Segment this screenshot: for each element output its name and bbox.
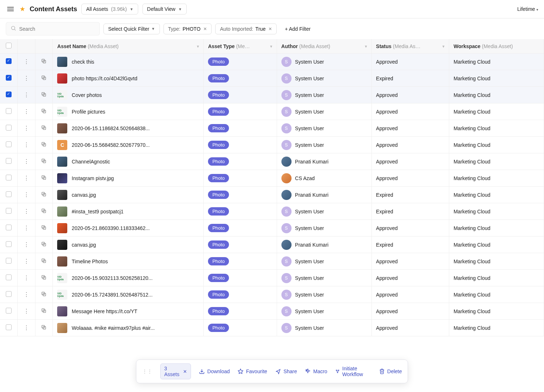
row-checkbox[interactable] bbox=[6, 91, 12, 97]
row-checkbox[interactable] bbox=[6, 308, 12, 314]
row-checkbox[interactable] bbox=[6, 191, 12, 197]
asset-name: canvas.jpg bbox=[72, 192, 96, 198]
copy-icon[interactable] bbox=[41, 191, 47, 198]
copy-icon[interactable] bbox=[41, 208, 47, 215]
row-menu-icon[interactable]: ⋮ bbox=[24, 158, 29, 165]
column-asset-type[interactable]: Asset Type (Me… ▼ bbox=[204, 39, 277, 54]
table-row[interactable]: ⋮VID UpdaCover photosPhotoSSystem UserAp… bbox=[0, 87, 544, 103]
lifetime-dropdown[interactable]: Lifetime ▾ bbox=[517, 6, 538, 12]
close-icon[interactable]: ✕ bbox=[203, 26, 207, 31]
row-checkbox[interactable] bbox=[6, 125, 12, 131]
row-menu-icon[interactable]: ⋮ bbox=[24, 92, 29, 98]
table-row[interactable]: ⋮Message Here https://t.co/YTPhotoSSyste… bbox=[0, 303, 544, 320]
filter-chip-type[interactable]: Type: PHOTO ✕ bbox=[163, 24, 212, 34]
table-row[interactable]: ⋮VID Upda2020-06-15.7243891.5026487512..… bbox=[0, 286, 544, 303]
copy-icon[interactable] bbox=[41, 274, 47, 281]
table-row[interactable]: ⋮check thisPhotoSSystem UserApprovedMark… bbox=[0, 54, 544, 70]
table-row[interactable]: ⋮VID Upda2020-06-15.9032113.5026258120..… bbox=[0, 270, 544, 286]
star-icon[interactable]: ★ bbox=[20, 5, 25, 13]
copy-icon[interactable] bbox=[41, 125, 47, 132]
select-all-checkbox[interactable] bbox=[6, 43, 12, 48]
table-row[interactable]: ⋮Timeline PhotosPhotoSSystem UserApprove… bbox=[0, 253, 544, 270]
table-row[interactable]: ⋮C2020-06-15.5684582.502677970...PhotoSS… bbox=[0, 137, 544, 153]
table-row[interactable]: ⋮2020-06-15.1186824.502664838...PhotoSSy… bbox=[0, 120, 544, 137]
view-dropdown[interactable]: Default View ▼ bbox=[143, 4, 187, 14]
copy-icon[interactable] bbox=[41, 141, 47, 148]
row-menu-icon[interactable]: ⋮ bbox=[24, 108, 29, 115]
row-checkbox[interactable] bbox=[6, 241, 12, 247]
row-checkbox[interactable] bbox=[6, 108, 12, 114]
row-checkbox[interactable] bbox=[6, 141, 12, 147]
row-menu-icon[interactable]: ⋮ bbox=[24, 192, 29, 198]
row-checkbox[interactable] bbox=[6, 175, 12, 180]
asset-thumbnail bbox=[57, 240, 67, 250]
row-menu-icon[interactable]: ⋮ bbox=[24, 275, 29, 281]
table-row[interactable]: ⋮Instagram pistv.jpgPhotoCS AzadApproved… bbox=[0, 170, 544, 187]
row-menu-icon[interactable]: ⋮ bbox=[24, 75, 29, 81]
all-assets-dropdown[interactable]: All Assets (3.96k) ▼ bbox=[81, 4, 138, 14]
row-menu-icon[interactable]: ⋮ bbox=[24, 308, 29, 314]
row-checkbox[interactable] bbox=[6, 324, 12, 330]
row-menu-icon[interactable]: ⋮ bbox=[24, 59, 29, 65]
table-row[interactable]: ⋮#insta_test9 postpatcj1PhotoSSystem Use… bbox=[0, 203, 544, 220]
add-filter-button[interactable]: + Add Filter bbox=[280, 24, 315, 34]
copy-icon[interactable] bbox=[41, 75, 47, 82]
chevron-down-icon: ▾ bbox=[536, 8, 538, 12]
table-row[interactable]: ⋮photo https://t.co/4D42lGqvtdPhotoSSyst… bbox=[0, 70, 544, 87]
table-row[interactable]: ⋮ChannelAgnosticPhotoPranati KumariAppro… bbox=[0, 153, 544, 170]
asset-type-pill: Photo bbox=[208, 274, 229, 282]
table-row[interactable]: ⋮canvas.jpgPhotoPranati KumariExpiredMar… bbox=[0, 187, 544, 203]
filter-chip-auto-imported[interactable]: Auto Imported: True ✕ bbox=[215, 24, 277, 34]
author-name: System User bbox=[295, 59, 324, 65]
row-checkbox[interactable] bbox=[6, 158, 12, 164]
row-checkbox[interactable] bbox=[6, 291, 12, 297]
row-menu-icon[interactable]: ⋮ bbox=[24, 175, 29, 181]
row-menu-icon[interactable]: ⋮ bbox=[24, 208, 29, 214]
column-asset-name[interactable]: Asset Name (Media Asset) ▼ bbox=[53, 39, 204, 54]
row-menu-icon[interactable]: ⋮ bbox=[24, 242, 29, 248]
hamburger-menu-icon[interactable] bbox=[6, 5, 15, 13]
row-checkbox[interactable] bbox=[6, 58, 12, 64]
row-checkbox[interactable] bbox=[6, 258, 12, 264]
asset-thumbnail: VID Upda bbox=[57, 90, 67, 100]
table-row[interactable]: ⋮canvas.jpgPhotoPranati KumariExpiredMar… bbox=[0, 237, 544, 253]
column-workspace[interactable]: Workspace (Media Asset) bbox=[449, 39, 544, 54]
row-menu-icon[interactable]: ⋮ bbox=[24, 291, 29, 298]
row-menu-icon[interactable]: ⋮ bbox=[24, 225, 29, 231]
copy-icon[interactable] bbox=[41, 175, 47, 182]
copy-icon[interactable] bbox=[41, 225, 47, 231]
copy-icon[interactable] bbox=[41, 291, 47, 298]
row-menu-icon[interactable]: ⋮ bbox=[24, 142, 29, 148]
table-row[interactable]: ⋮VID UpdaProfile picturesPhotoSSystem Us… bbox=[0, 103, 544, 120]
row-checkbox[interactable] bbox=[6, 75, 12, 81]
copy-icon[interactable] bbox=[41, 324, 47, 331]
copy-icon[interactable] bbox=[41, 108, 47, 115]
column-status[interactable]: Status (Media As… ▼ bbox=[371, 39, 449, 54]
row-menu-icon[interactable]: ⋮ bbox=[24, 325, 29, 331]
copy-icon[interactable] bbox=[41, 258, 47, 265]
row-checkbox[interactable] bbox=[6, 225, 12, 230]
close-icon[interactable]: ✕ bbox=[268, 26, 272, 31]
status-label: Approved bbox=[376, 92, 398, 98]
search-input[interactable] bbox=[19, 26, 95, 32]
copy-icon[interactable] bbox=[41, 91, 47, 98]
copy-icon[interactable] bbox=[41, 58, 47, 65]
copy-icon[interactable] bbox=[41, 158, 47, 165]
author-avatar: S bbox=[281, 123, 292, 133]
quick-filter-dropdown[interactable]: Select Quick Filter ▼ bbox=[103, 24, 160, 34]
table-row[interactable]: ⋮2020-05-21.8603390.118333462...PhotoSSy… bbox=[0, 220, 544, 237]
row-menu-icon[interactable]: ⋮ bbox=[24, 125, 29, 131]
row-checkbox[interactable] bbox=[6, 208, 12, 214]
search-box[interactable] bbox=[6, 22, 100, 35]
copy-icon[interactable] bbox=[41, 308, 47, 315]
copy-icon[interactable] bbox=[41, 241, 47, 248]
workspace-label: Marketing Cloud bbox=[454, 125, 490, 131]
asset-thumbnail bbox=[57, 157, 67, 167]
column-author[interactable]: Author (Media Asset) ▼ bbox=[277, 39, 371, 54]
author-name: System User bbox=[295, 142, 324, 148]
workspace-label: Marketing Cloud bbox=[454, 192, 490, 198]
row-menu-icon[interactable]: ⋮ bbox=[24, 258, 29, 264]
row-checkbox[interactable] bbox=[6, 274, 12, 280]
table-row[interactable]: ⋮Wolaaaa. #nike #airmax97plus #air...Pho… bbox=[0, 320, 544, 336]
author-avatar: S bbox=[281, 140, 292, 150]
